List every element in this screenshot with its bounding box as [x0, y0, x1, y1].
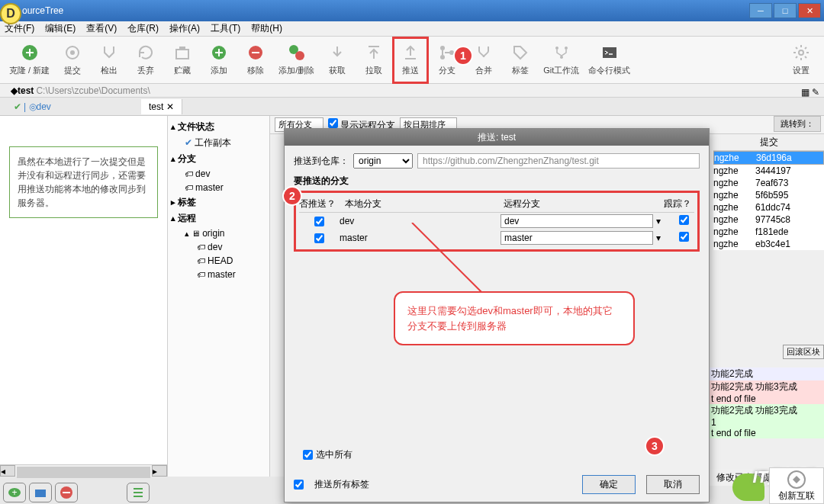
- push-button[interactable]: 推送: [392, 37, 429, 84]
- svg-text:+: +: [11, 487, 17, 498]
- commit-row[interactable]: ngzhe36d196a: [713, 151, 824, 165]
- bottom-action-bar: +: [3, 483, 150, 502]
- tree-remote-dev[interactable]: 🏷 dev: [168, 240, 269, 254]
- cancel-button[interactable]: 取消: [646, 475, 700, 494]
- checkout-button[interactable]: 检出: [91, 37, 127, 84]
- tree-branch-dev[interactable]: 🏷 dev: [168, 167, 269, 181]
- discard-button[interactable]: 丢弃: [127, 37, 164, 84]
- maximize-button[interactable]: □: [774, 3, 797, 18]
- jump-to-label: 跳转到：: [774, 116, 821, 132]
- annotation-badge-2: 2: [282, 186, 302, 206]
- main-toolbar: 克隆 / 新建 提交 检出 丢弃 贮藏 添加 移除 添加/删除 获取 拉取 推送…: [0, 37, 824, 84]
- annotation-badge-1: 1: [453, 46, 473, 66]
- repo-tab[interactable]: test✕: [141, 99, 182, 114]
- remove-button[interactable]: 移除: [237, 37, 274, 84]
- tab-close-icon[interactable]: ✕: [166, 101, 174, 112]
- svg-point-16: [799, 50, 803, 55]
- sidebar-tree: ▴ 文件状态 ✔ 工作副本 ▴ 分支 🏷 dev 🏷 master ▸ 标签 ▴…: [168, 116, 270, 477]
- svg-point-2: [70, 50, 75, 55]
- branch-table: 否推送？ 本地分支 远程分支 跟踪？ dev dev ▾ master mast…: [294, 191, 700, 252]
- commit-row[interactable]: ngzhe5f6b595: [713, 189, 824, 201]
- commit-row[interactable]: ngzhef181ede: [713, 226, 824, 238]
- branch-row[interactable]: dev dev ▾: [299, 213, 694, 230]
- repo-tabs: ✔ | ◎dev test✕ ▦ ✎: [0, 98, 824, 116]
- delete-repo-button[interactable]: [55, 483, 78, 502]
- remote-branch-select[interactable]: dev: [501, 214, 653, 228]
- tree-branch-master[interactable]: 🏷 master: [168, 181, 269, 194]
- svg-point-13: [565, 47, 568, 50]
- remote-select[interactable]: origin: [353, 153, 413, 169]
- add-button[interactable]: 添加: [201, 37, 237, 84]
- diff-view: 功能2完成 功能2完成 功能3完成 t end of file 功能2完成 功能…: [710, 368, 824, 438]
- svg-rect-4: [179, 47, 185, 50]
- pull-button[interactable]: 拉取: [356, 37, 392, 84]
- view-mode-icons[interactable]: ▦ ✎: [801, 87, 819, 98]
- annotation-callout: 这里只需要勾选dev和master即可，本地的其它分支不要上传到服务器: [394, 291, 635, 345]
- svg-rect-15: [603, 47, 616, 58]
- rollback-button[interactable]: 回滚区块: [783, 345, 824, 359]
- track-checkbox[interactable]: [679, 215, 689, 225]
- push-to-label: 推送到仓库：: [294, 155, 349, 168]
- addremove-button[interactable]: 添加/删除: [274, 37, 319, 84]
- gitflow-button[interactable]: Git工作流: [539, 37, 584, 84]
- branch-section-label: 要推送的分支: [294, 175, 700, 188]
- push-tags-checkbox[interactable]: [294, 480, 304, 490]
- branch-row[interactable]: master master ▾: [299, 230, 694, 246]
- svg-point-8: [295, 51, 304, 60]
- svg-rect-3: [176, 50, 188, 59]
- svg-point-12: [555, 47, 558, 50]
- close-button[interactable]: ✕: [798, 3, 821, 18]
- commit-row[interactable]: ngzhe7eaf673: [713, 177, 824, 189]
- commit-row[interactable]: ngzheeb3c4e1: [713, 238, 824, 250]
- track-checkbox[interactable]: [679, 232, 689, 242]
- wechat-icon: [732, 474, 764, 501]
- commit-button[interactable]: 提交: [54, 37, 91, 84]
- menu-edit[interactable]: 编辑(E): [45, 22, 76, 35]
- terminal-button[interactable]: 命令行模式: [584, 37, 635, 84]
- minimize-button[interactable]: ─: [749, 3, 772, 18]
- fetch-button[interactable]: 获取: [319, 37, 356, 84]
- window-title: ourceTree: [22, 5, 63, 16]
- svg-point-9: [440, 46, 445, 50]
- dialog-title: 推送: test: [285, 129, 709, 146]
- remote-url: https://github.com/ZhengzhenZhang/test.g…: [417, 153, 700, 169]
- commit-list: 提交 ngzhe36d196a ngzhe3444197 ngzhe7eaf67…: [713, 134, 824, 250]
- tree-remote-head[interactable]: 🏷 HEAD: [168, 254, 269, 268]
- add-repo-button[interactable]: +: [3, 483, 26, 502]
- svg-rect-22: [63, 492, 70, 493]
- repo-path-bar: ◆ test C:\Users\zcube\Documents\: [0, 84, 824, 98]
- settings-button[interactable]: 设置: [783, 37, 819, 84]
- commit-row[interactable]: ngzhe97745c8: [713, 213, 824, 226]
- list-button[interactable]: [127, 483, 150, 502]
- stash-button[interactable]: 贮藏: [164, 37, 201, 84]
- menubar: 文件(F) 编辑(E) 查看(V) 仓库(R) 操作(A) 工具(T) 帮助(H…: [0, 21, 824, 37]
- logo-watermark: 创新互联: [769, 467, 824, 504]
- push-checkbox[interactable]: [314, 217, 324, 226]
- svg-point-10: [440, 55, 445, 59]
- ok-button[interactable]: 确定: [582, 475, 636, 494]
- menu-view[interactable]: 查看(V): [86, 22, 117, 35]
- select-all-checkbox[interactable]: [303, 450, 313, 460]
- annotation-badge-d: D: [0, 3, 21, 24]
- open-repo-button[interactable]: [29, 483, 52, 502]
- tree-remote-origin[interactable]: ▴ 🖥 origin: [168, 226, 269, 240]
- menu-repo[interactable]: 仓库(R): [127, 22, 159, 35]
- annotation-note: 虽然在本地进行了一次提交但是并没有和远程进行同步，还需要用推送功能将本地的修改同…: [9, 146, 158, 218]
- svg-rect-20: [35, 490, 46, 497]
- remote-branch-select[interactable]: master: [501, 231, 653, 245]
- horizontal-scrollbar[interactable]: ◂▸: [0, 464, 167, 477]
- window-titlebar: ourceTree ─ □ ✕: [0, 0, 824, 21]
- menu-tools[interactable]: 工具(T): [211, 22, 240, 35]
- menu-help[interactable]: 帮助(H): [251, 22, 282, 35]
- tree-working-copy[interactable]: ✔ 工作副本: [168, 135, 269, 151]
- tag-button[interactable]: 标签: [502, 37, 539, 84]
- clone-button[interactable]: 克隆 / 新建: [5, 37, 54, 84]
- commit-row[interactable]: ngzhe3444197: [713, 165, 824, 177]
- menu-action[interactable]: 操作(A): [169, 22, 200, 35]
- push-checkbox[interactable]: [314, 233, 324, 243]
- left-panel: 虽然在本地进行了一次提交但是并没有和远程进行同步，还需要用推送功能将本地的修改同…: [0, 116, 168, 477]
- commit-row[interactable]: ngzhe61ddc74: [713, 201, 824, 213]
- tree-remote-master[interactable]: 🏷 master: [168, 268, 269, 281]
- annotation-badge-3: 3: [645, 436, 665, 456]
